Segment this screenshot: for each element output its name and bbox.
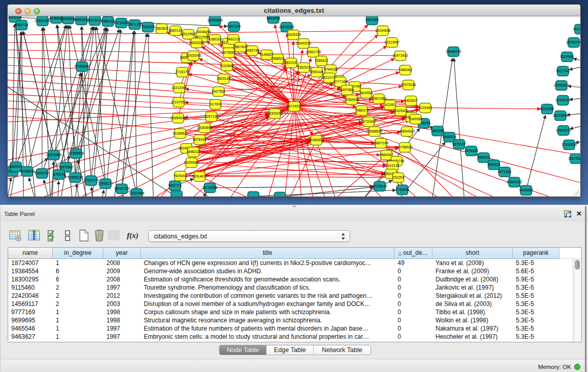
graph-node[interactable]: 8186328 (208, 35, 222, 45)
new-document-icon[interactable] (78, 229, 91, 242)
graph-edge[interactable] (405, 147, 461, 196)
graph-node[interactable]: 7515526 (141, 23, 155, 32)
graph-node[interactable]: 10688609 (367, 127, 382, 137)
cell-short[interactable]: Wolkin et al. (1998) (432, 316, 513, 324)
cell-short[interactable]: Hescheler et al. (1997) (432, 333, 513, 341)
graph-node[interactable]: 6497568 (340, 85, 354, 95)
graph-edge[interactable] (526, 116, 546, 190)
graph-node[interactable]: 1362615 (297, 63, 311, 73)
graph-node[interactable]: 8678342 (193, 135, 207, 145)
graph-edge[interactable] (294, 106, 573, 196)
cell-out_degree[interactable]: 49 (395, 259, 432, 267)
graph-node[interactable]: 8267130 (205, 112, 219, 122)
window-resize-grip[interactable] (574, 190, 579, 195)
graph-node[interactable] (248, 192, 259, 197)
close-panel-icon[interactable]: ✕ (575, 209, 583, 218)
cell-pagerank[interactable]: 5.3E-5 (513, 308, 559, 316)
graph-node[interactable]: 19654923 (399, 127, 415, 137)
cell-short[interactable]: Nakamura et al. (1997) (432, 324, 513, 333)
table-row[interactable]: 1938455462009Genome-wide association stu… (8, 267, 573, 275)
cell-year[interactable]: 1997 (103, 324, 141, 333)
graph-node[interactable]: 16154838 (375, 26, 390, 36)
cell-name[interactable]: 9699695 (8, 316, 53, 324)
graph-node[interactable]: 16782759 (114, 184, 129, 194)
delete-icon[interactable] (93, 229, 106, 242)
graph-edge[interactable] (8, 72, 189, 196)
column-header-in_degree[interactable]: in_degree (53, 248, 103, 259)
graph-node[interactable]: 16053809 (207, 16, 223, 26)
table-row[interactable]: 1872400712008Changes of HCN gene express… (8, 259, 573, 267)
memory-status-icon[interactable] (574, 364, 580, 370)
table-row[interactable]: 946362711997Embryonic stem cells: a mode… (8, 333, 573, 341)
table-row[interactable]: 911546021997Tourette syndrome. Phenomeno… (8, 283, 573, 292)
cell-year[interactable]: 2008 (103, 259, 141, 267)
cell-name[interactable]: 19384554 (8, 267, 53, 275)
cell-title[interactable]: Changes of HCN gene expression and I(f) … (141, 259, 395, 267)
graph-edge[interactable] (8, 50, 400, 56)
cell-out_degree[interactable]: 0 (395, 333, 432, 341)
graph-node[interactable]: 11675324 (568, 154, 580, 164)
graph-node[interactable]: 1640955 (431, 126, 445, 136)
cell-out_degree[interactable]: 0 (395, 324, 432, 333)
graph-node[interactable]: 7955812 (315, 56, 329, 66)
graph-node[interactable]: 7857224 (227, 22, 241, 32)
graph-edge[interactable] (122, 34, 147, 189)
graph-node[interactable]: 19166827 (172, 129, 188, 139)
graph-node[interactable]: 15720407 (361, 117, 376, 127)
cell-name[interactable]: 9115460 (8, 283, 53, 292)
cell-name[interactable]: 9777169 (8, 308, 53, 316)
show-columns-icon[interactable] (28, 229, 41, 242)
graph-node[interactable]: 19384554 (309, 136, 324, 145)
graph-node[interactable]: 16210643 (553, 111, 568, 121)
select-all-icon[interactable] (47, 229, 60, 242)
graph-edge[interactable] (570, 123, 580, 129)
graph-node[interactable]: 9329966 (560, 52, 574, 62)
graph-node[interactable]: 10958177 (98, 179, 113, 189)
graph-node[interactable] (274, 192, 286, 197)
function-builder-icon[interactable]: f(x) (127, 229, 140, 242)
cell-out_degree[interactable]: 0 (395, 292, 432, 300)
graph-node[interactable]: 7632621 (487, 160, 501, 170)
graph-node[interactable]: 1733426 (396, 185, 409, 195)
graph-node[interactable]: 8660124 (169, 26, 183, 36)
graph-node[interactable]: 1145194 (52, 170, 66, 180)
graph-node[interactable]: 20206556 (46, 150, 61, 160)
cell-pagerank[interactable]: 5.3E-5 (513, 333, 559, 341)
graph-node[interactable]: 16914479 (192, 172, 207, 182)
cell-title[interactable]: Disruption of a novel member of a sodium… (141, 300, 395, 308)
graph-node[interactable]: 20053346 (74, 62, 90, 72)
tab-network-table[interactable]: Network Table (313, 345, 371, 355)
graph-node[interactable]: 13716465 (202, 183, 217, 193)
cell-title[interactable]: Estimation of significance thresholds fo… (141, 275, 395, 283)
cell-in_degree[interactable]: 1 (53, 324, 103, 333)
graph-node[interactable]: 15692971 (556, 126, 571, 136)
graph-edge[interactable] (567, 113, 580, 115)
graph-edge[interactable] (42, 28, 42, 173)
cell-pagerank[interactable]: 5.3E-5 (513, 324, 559, 333)
graph-edge[interactable] (148, 34, 154, 196)
graph-node[interactable]: 14136141 (372, 182, 387, 191)
graph-node[interactable]: 15640910 (296, 39, 311, 49)
graph-node[interactable]: 7625402 (173, 171, 187, 181)
graph-node[interactable]: 22420046 (186, 51, 201, 61)
graph-edge[interactable] (568, 86, 580, 89)
graph-node[interactable]: 10756928 (397, 143, 412, 152)
graph-node[interactable]: 9463627 (404, 96, 418, 106)
table-selector-dropdown[interactable]: citations_edges.txt (148, 230, 350, 242)
cell-name[interactable]: 22420046 (8, 292, 53, 300)
cell-in_degree[interactable]: 6 (53, 267, 103, 275)
table-mode-icon[interactable] (9, 229, 22, 242)
cell-in_degree[interactable]: 1 (53, 333, 103, 341)
cell-title[interactable]: Structural magnetic resonance image aver… (141, 316, 395, 324)
graph-node[interactable]: 12975115 (401, 80, 416, 90)
cell-short[interactable]: Franke et al. (2009) (432, 267, 513, 275)
graph-node[interactable]: 12923468 (129, 189, 144, 197)
graph-node[interactable]: 9457771 (168, 181, 182, 191)
cell-title[interactable]: Genome-wide association studies in ADHD. (141, 267, 395, 275)
graph-edge[interactable] (570, 97, 580, 100)
cell-name[interactable]: 14569117 (8, 300, 53, 308)
graph-node[interactable]: 10654945 (170, 114, 186, 123)
graph-node[interactable]: 17359924 (69, 149, 84, 159)
graph-node[interactable]: 17016504 (561, 140, 577, 150)
graph-node[interactable]: 62160 (384, 100, 396, 110)
